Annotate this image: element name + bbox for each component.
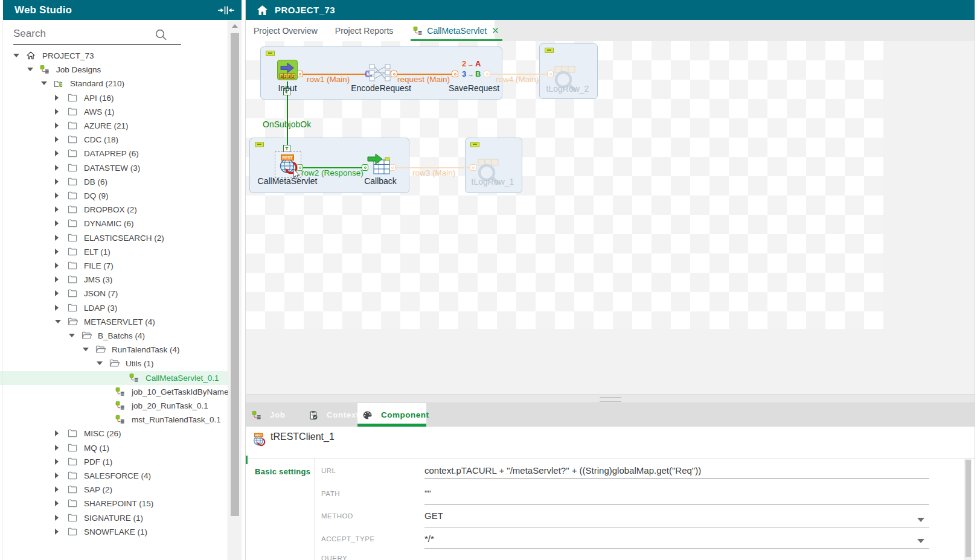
chevron-right-icon[interactable] xyxy=(55,430,59,436)
home-icon[interactable] xyxy=(257,5,268,16)
close-icon[interactable] xyxy=(492,27,499,34)
connector-endpoint[interactable] xyxy=(452,71,458,77)
chevron-down-icon[interactable] xyxy=(55,320,61,323)
tree-item[interactable]: job_20_RunTask_0.1 xyxy=(0,399,228,413)
tree-item[interactable]: PDF (1) xyxy=(0,455,228,469)
chevron-right-icon[interactable] xyxy=(55,459,59,465)
panel-tab-context[interactable]: Context xyxy=(304,403,357,427)
tree-item[interactable]: MISC (26) xyxy=(0,427,228,441)
job-design-canvas[interactable]: OnSubjobOkTTrow1 (Main)request (Main)row… xyxy=(246,41,975,394)
tab-project-overview[interactable]: Project Overview xyxy=(254,26,318,36)
chevron-down-icon[interactable] xyxy=(83,348,89,351)
field-value-path[interactable]: "" xyxy=(424,488,431,498)
onsubjobok-label[interactable]: OnSubjobOk xyxy=(263,119,311,129)
connection-label[interactable]: row1 (Main) xyxy=(307,75,350,84)
chevron-down-icon[interactable] xyxy=(41,81,47,85)
chevron-right-icon[interactable] xyxy=(55,179,59,185)
connection-label[interactable]: row3 (Main) xyxy=(412,168,455,177)
component-save_request[interactable]: 2→A3→B xyxy=(461,58,485,81)
connector-endpoint[interactable] xyxy=(391,71,397,77)
tree-item[interactable]: CallMetaServlet_0.1 xyxy=(0,371,228,385)
chevron-right-icon[interactable] xyxy=(55,150,59,156)
scrollbar-thumb[interactable] xyxy=(231,33,239,516)
chevron-right-icon[interactable] xyxy=(55,165,59,171)
chevron-right-icon[interactable] xyxy=(55,290,59,296)
sidebar-scrollbar[interactable] xyxy=(228,20,242,560)
chevron-right-icon[interactable] xyxy=(55,206,59,212)
tree-item[interactable]: CDC (18) xyxy=(0,133,228,147)
tree-item[interactable]: PROJECT_73 xyxy=(0,49,228,63)
connection-label[interactable]: row4 (Main) xyxy=(496,75,539,84)
tree-item[interactable]: LDAP (3) xyxy=(0,301,228,315)
chevron-right-icon[interactable] xyxy=(55,276,59,282)
tree-item[interactable]: ELASTICSEARCH (2) xyxy=(0,231,228,245)
chevron-down-icon[interactable] xyxy=(69,334,75,337)
chevron-down-icon[interactable] xyxy=(13,54,19,57)
chevron-right-icon[interactable] xyxy=(55,515,59,521)
tree-item[interactable]: METASERVLET (4) xyxy=(0,315,228,329)
chevron-right-icon[interactable] xyxy=(55,192,59,199)
tree-item[interactable]: Standard (210) xyxy=(0,77,228,91)
tree-item[interactable]: DATASTEW (3) xyxy=(0,161,228,175)
chevron-right-icon[interactable] xyxy=(55,95,59,101)
chevron-right-icon[interactable] xyxy=(55,122,59,129)
collapse-subjob-icon[interactable] xyxy=(545,48,554,53)
scrollbar-thumb[interactable] xyxy=(966,460,971,557)
chevron-right-icon[interactable] xyxy=(55,445,59,451)
tree-item[interactable]: MQ (1) xyxy=(0,441,228,455)
tree-item[interactable]: RunTalendTask (4) xyxy=(0,343,228,357)
search-icon[interactable] xyxy=(155,28,168,42)
tree-item[interactable]: AWS (1) xyxy=(0,105,228,119)
chevron-right-icon[interactable] xyxy=(55,249,59,255)
tree-item[interactable]: AZURE (21) xyxy=(0,119,228,133)
tree-item[interactable]: DB (6) xyxy=(0,175,228,189)
panel-tab-component[interactable]: Component xyxy=(357,403,426,427)
chevron-right-icon[interactable] xyxy=(55,136,59,142)
connection-label[interactable]: request (Main) xyxy=(397,75,450,84)
resize-grip[interactable] xyxy=(600,397,621,402)
tree-item[interactable]: FILE (7) xyxy=(0,259,228,273)
chevron-right-icon[interactable] xyxy=(55,529,59,535)
chevron-right-icon[interactable] xyxy=(55,486,59,492)
tree-item[interactable]: SNOWFLAKE (1) xyxy=(0,525,228,539)
chevron-down-icon[interactable] xyxy=(97,361,103,365)
chevron-right-icon[interactable] xyxy=(55,472,59,479)
tree-item[interactable]: SAP (2) xyxy=(0,483,228,497)
chevron-down-icon[interactable] xyxy=(27,68,33,71)
dropdown-icon[interactable] xyxy=(917,539,924,543)
collapse-sidebar-icon[interactable] xyxy=(218,5,234,15)
tree-item[interactable]: DYNAMIC (6) xyxy=(0,217,228,231)
chevron-right-icon[interactable] xyxy=(55,220,59,226)
component-encode_request[interactable] xyxy=(369,63,391,83)
panel-resize-handle[interactable] xyxy=(246,394,975,403)
tree-item[interactable]: Job Designs xyxy=(0,63,228,77)
tree-item[interactable]: SALESFORCE (4) xyxy=(0,469,228,483)
chevron-right-icon[interactable] xyxy=(55,235,59,241)
field-value-url[interactable]: context.pTACURL + "/metaServlet?" + ((St… xyxy=(424,465,701,476)
tree-item[interactable]: B_Batchs (4) xyxy=(0,329,228,343)
tab-project-reports[interactable]: Project Reports xyxy=(335,26,393,36)
chevron-right-icon[interactable] xyxy=(55,109,59,115)
tree-item[interactable]: DQ (9) xyxy=(0,189,228,203)
scroll-up-icon[interactable] xyxy=(232,24,238,28)
chevron-right-icon[interactable] xyxy=(55,262,59,269)
tree-item[interactable]: mst_RunTalendTask_0.1 xyxy=(0,413,228,427)
collapse-subjob-icon[interactable] xyxy=(470,142,479,147)
tree-item[interactable]: ELT (1) xyxy=(0,245,228,259)
tree-item[interactable]: DROPBOX (2) xyxy=(0,203,228,217)
section-basic-settings[interactable]: Basic settings xyxy=(255,467,310,476)
tree-item[interactable]: job_10_GetTaskIdByName... xyxy=(0,385,228,399)
chevron-right-icon[interactable] xyxy=(55,305,59,311)
component-callback[interactable] xyxy=(367,152,391,175)
panel-tab-job[interactable]: Job xyxy=(246,403,304,427)
field-value-method[interactable]: GET xyxy=(424,511,443,521)
tree-item[interactable]: SIGNATURE (1) xyxy=(0,511,228,525)
tree-item[interactable]: SHAREPOINT (15) xyxy=(0,497,228,511)
tree-item[interactable]: JMS (3) xyxy=(0,273,228,287)
field-value-accept_type[interactable]: */* xyxy=(424,533,434,544)
collapse-subjob-icon[interactable] xyxy=(266,51,275,56)
tree-item[interactable]: Utils (1) xyxy=(0,357,228,371)
tree-item[interactable]: DATAPREP (6) xyxy=(0,147,228,161)
collapse-subjob-icon[interactable] xyxy=(255,142,264,147)
settings-scrollbar[interactable] xyxy=(964,459,972,560)
